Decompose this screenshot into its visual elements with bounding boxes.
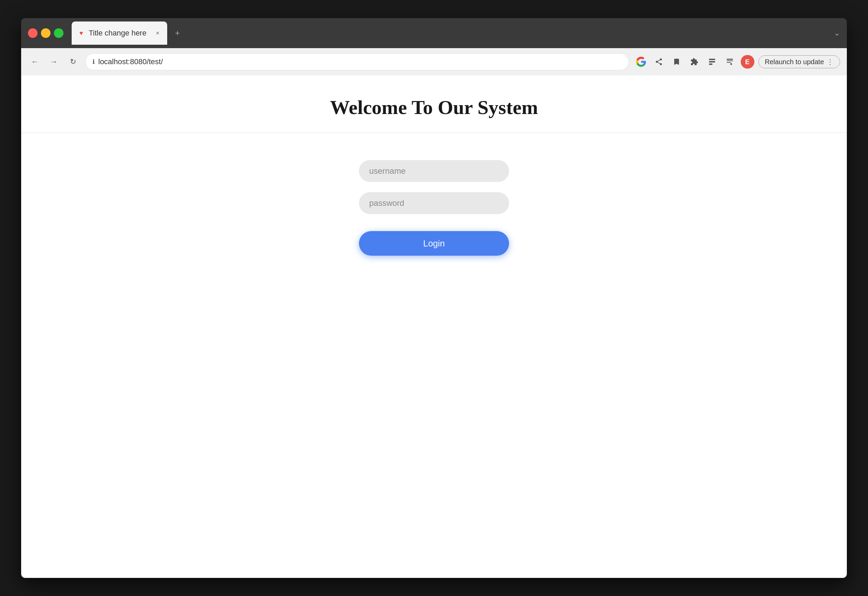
relaunch-label: Relaunch to update [765,58,824,66]
address-text: localhost:8080/test/ [98,57,621,66]
more-icon: ⋮ [827,58,834,66]
nav-actions: E Relaunch to update ⋮ [634,55,840,69]
title-bar: ♥ Title change here × + ⌄ [21,18,847,48]
tab-dropdown-icon[interactable]: ⌄ [834,29,840,37]
google-icon [636,56,647,67]
reload-button[interactable]: ↻ [66,55,80,69]
tab-close-button[interactable]: × [154,29,162,37]
bookmark-icon [673,58,681,66]
browser-window: ♥ Title change here × + ⌄ ← → ↻ ℹ localh… [21,18,847,578]
svg-rect-3 [727,59,733,60]
profile-avatar[interactable]: E [741,55,754,69]
close-button[interactable] [28,28,37,38]
extensions-button[interactable] [688,55,701,69]
active-tab[interactable]: ♥ Title change here × [72,22,167,45]
tab-bar: ♥ Title change here × + ⌄ [72,22,840,45]
reader-mode-button[interactable] [723,55,737,69]
window-controls [28,28,63,38]
svg-rect-5 [727,62,731,63]
google-button[interactable] [634,55,648,69]
tab-favicon-icon: ♥ [77,29,85,37]
svg-rect-4 [727,61,733,61]
lock-icon: ℹ [93,58,95,65]
login-button[interactable]: Login [359,231,509,256]
page-header: Welcome To Our System [21,75,847,133]
tab-manager-button[interactable] [705,55,719,69]
back-button[interactable]: ← [28,55,41,69]
minimize-button[interactable] [41,28,50,38]
page-content: Welcome To Our System Login [21,75,847,578]
password-input[interactable] [359,192,509,214]
svg-rect-2 [709,64,712,65]
reader-icon [726,58,734,66]
nav-bar: ← → ↻ ℹ localhost:8080/test/ [21,48,847,75]
forward-button[interactable]: → [47,55,61,69]
page-body: Login [21,133,847,578]
address-bar[interactable]: ℹ localhost:8080/test/ [85,53,629,70]
svg-rect-1 [709,61,715,62]
tab-title: Title change here [89,29,150,37]
relaunch-button[interactable]: Relaunch to update ⋮ [759,55,840,68]
tab-manager-icon [708,58,716,66]
username-input[interactable] [359,160,509,182]
puzzle-icon [690,58,698,66]
bookmark-button[interactable] [670,55,683,69]
share-button[interactable] [652,55,666,69]
svg-rect-0 [709,59,715,60]
share-icon [655,58,663,66]
page-title: Welcome To Our System [28,96,840,119]
maximize-button[interactable] [54,28,63,38]
new-tab-button[interactable]: + [170,26,185,41]
